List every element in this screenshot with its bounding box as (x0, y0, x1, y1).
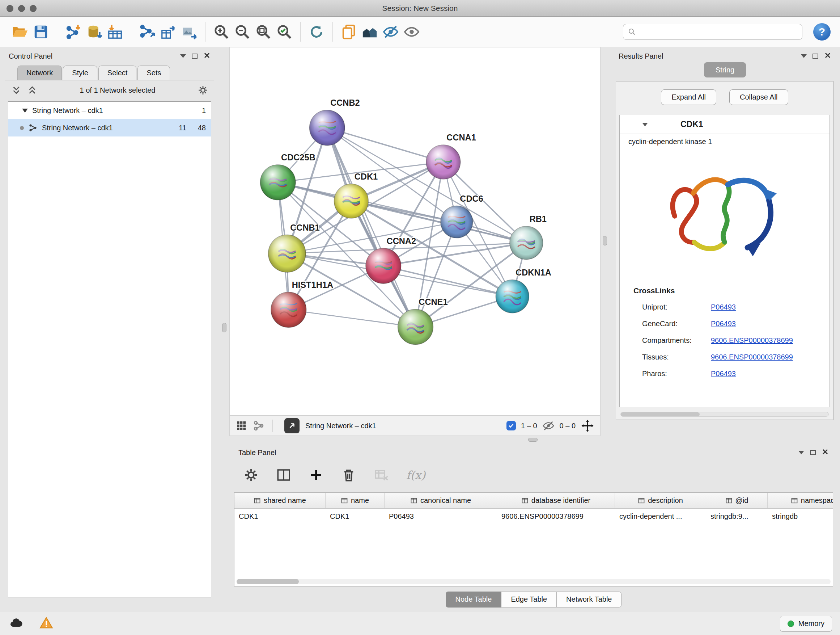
table-row[interactable]: CDK1 CDK1 P06493 9606.ENSP00000378699 cy… (234, 509, 833, 524)
collapse-section-icon[interactable] (642, 123, 648, 126)
network-node[interactable] (268, 235, 306, 272)
network-overview-icon[interactable] (253, 420, 264, 432)
column-header-id[interactable]: @id (706, 493, 767, 508)
column-header-description[interactable]: description (615, 493, 706, 508)
tab-edge-table[interactable]: Edge Table (501, 592, 557, 608)
column-header-database-identifier[interactable]: database identifier (497, 493, 615, 508)
selected-nodes-checkbox[interactable] (507, 421, 516, 431)
import-table-button[interactable] (104, 21, 126, 42)
network-node[interactable] (398, 309, 433, 345)
import-network-file-button[interactable] (63, 21, 84, 42)
zoom-selected-button[interactable] (274, 21, 295, 42)
string-network-graph[interactable]: CCNB2CCNA1CDC25BCDK1CDC6RB1CCNB1CCNA2CDK… (230, 48, 600, 415)
network-edge[interactable] (327, 128, 415, 327)
hidden-eye-slash-icon[interactable] (542, 420, 554, 432)
column-header-shared-name[interactable]: shared name (234, 493, 325, 508)
minimize-window-button[interactable] (18, 5, 25, 12)
network-collection-row[interactable]: String Network – cdk1 1 (8, 102, 211, 119)
horizontal-splitter-handle[interactable] (528, 438, 538, 442)
detach-view-button[interactable] (284, 418, 300, 433)
show-details-button[interactable] (401, 21, 422, 42)
panel-close-icon[interactable] (824, 52, 831, 60)
network-node[interactable] (510, 226, 543, 260)
pan-crosshair-icon[interactable] (581, 419, 594, 432)
gear-icon[interactable] (197, 85, 208, 96)
genecard-link[interactable]: P06493 (711, 320, 736, 328)
tab-style[interactable]: Style (63, 65, 97, 80)
function-builder-button[interactable]: f(x) (406, 469, 425, 481)
search-box[interactable] (623, 24, 802, 40)
hide-details-button[interactable] (380, 21, 401, 42)
panel-menu-icon[interactable] (798, 451, 804, 454)
collapse-all-icon[interactable] (11, 85, 22, 96)
uniprot-link[interactable]: P06493 (711, 303, 736, 311)
network-edge[interactable] (289, 310, 416, 327)
tissues-link[interactable]: 9606.ENSP00000378699 (711, 353, 793, 361)
cell-shared-name[interactable]: CDK1 (234, 509, 325, 524)
column-header-name[interactable]: name (325, 493, 385, 508)
right-splitter-handle[interactable] (603, 236, 607, 245)
tab-network[interactable]: Network (17, 65, 62, 80)
zoom-out-button[interactable] (232, 21, 253, 42)
panel-menu-icon[interactable] (801, 54, 807, 58)
network-edge[interactable] (327, 128, 443, 162)
protein-section-header[interactable]: CDK1 (620, 115, 829, 134)
cell-description[interactable]: cyclin-dependent ... (615, 509, 706, 524)
cell-namespace[interactable]: stringdb (767, 509, 833, 524)
import-network-database-button[interactable] (84, 21, 104, 42)
warnings-button[interactable] (38, 616, 54, 632)
open-session-button[interactable] (9, 21, 30, 42)
zoom-in-button[interactable] (211, 21, 232, 42)
copy-document-button[interactable] (338, 21, 359, 42)
pharos-link[interactable]: P06493 (711, 370, 736, 378)
compartments-link[interactable]: 9606.ENSP00000378699 (711, 336, 793, 345)
table-horizontal-scrollbar[interactable] (237, 579, 831, 584)
new-network-from-selection-button[interactable] (137, 21, 158, 42)
cell-canonical-name[interactable]: P06493 (385, 509, 497, 524)
panel-close-icon[interactable] (203, 52, 210, 60)
panel-float-icon[interactable] (810, 450, 816, 455)
tab-string[interactable]: String (704, 62, 746, 78)
network-row[interactable]: String Network – cdk1 11 48 (8, 119, 211, 136)
delete-row-trash-icon[interactable] (341, 467, 356, 483)
network-node[interactable] (334, 184, 369, 218)
search-input[interactable] (639, 28, 798, 36)
tab-network-table[interactable]: Network Table (557, 592, 622, 608)
show-columns-icon[interactable] (276, 467, 291, 483)
export-image-button[interactable] (179, 21, 200, 42)
column-header-namespace[interactable]: namespace (767, 493, 833, 508)
help-button[interactable]: ? (813, 23, 831, 41)
disclosure-triangle-icon[interactable] (22, 109, 28, 112)
tab-sets[interactable]: Sets (137, 65, 170, 80)
panel-close-icon[interactable] (821, 448, 829, 457)
network-node[interactable] (366, 249, 401, 284)
memory-button[interactable]: Memory (780, 616, 832, 632)
network-view[interactable]: CCNB2CCNA1CDC25BCDK1CDC6RB1CCNB1CCNA2CDK… (229, 47, 600, 416)
left-splitter-handle[interactable] (222, 323, 226, 333)
table-settings-gear-icon[interactable] (243, 467, 259, 483)
panel-menu-icon[interactable] (180, 54, 186, 58)
collapse-all-button[interactable]: Collapse All (729, 89, 788, 105)
grid-view-icon[interactable] (235, 420, 247, 432)
refresh-layout-button[interactable] (306, 21, 327, 42)
expand-all-button[interactable]: Expand All (661, 89, 716, 105)
column-header-canonical-name[interactable]: canonical name (385, 493, 497, 508)
expand-all-icon[interactable] (27, 85, 38, 96)
panel-float-icon[interactable] (192, 54, 197, 59)
show-graphics-details-button[interactable] (359, 21, 380, 42)
zoom-window-button[interactable] (30, 5, 36, 12)
zoom-fit-button[interactable] (253, 21, 274, 42)
cell-id[interactable]: stringdb:9... (706, 509, 767, 524)
save-session-button[interactable] (30, 21, 51, 42)
close-window-button[interactable] (6, 5, 13, 12)
cell-database-identifier[interactable]: 9606.ENSP00000378699 (497, 509, 615, 524)
cloud-services-button[interactable] (8, 616, 24, 632)
network-node[interactable] (260, 165, 295, 200)
add-column-icon[interactable] (309, 467, 324, 483)
panel-float-icon[interactable] (813, 54, 818, 59)
tab-select[interactable]: Select (98, 65, 137, 80)
tab-node-table[interactable]: Node Table (446, 592, 502, 608)
cell-name[interactable]: CDK1 (325, 509, 385, 524)
clone-network-button[interactable] (158, 21, 179, 42)
results-horizontal-scrollbar[interactable] (621, 412, 829, 417)
